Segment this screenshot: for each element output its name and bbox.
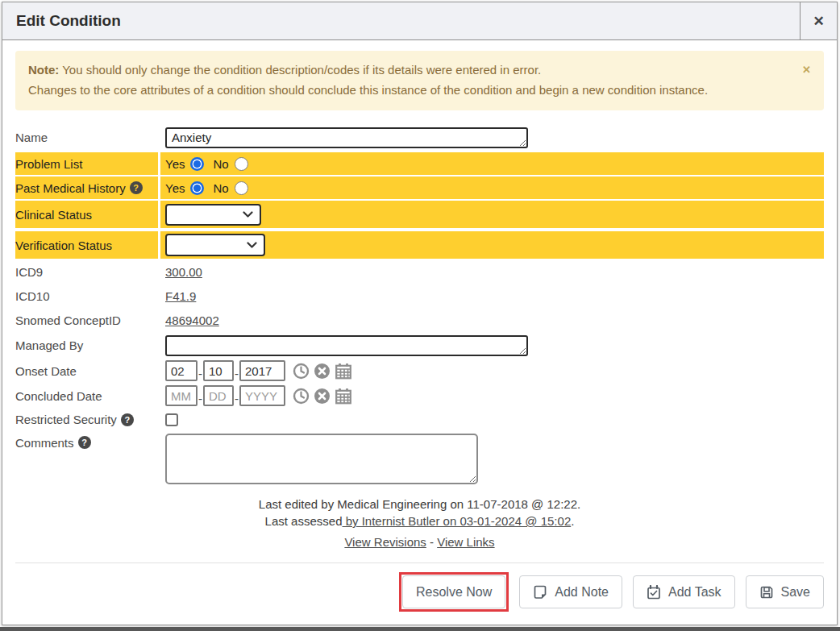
problem-list-no-radio[interactable] xyxy=(235,157,248,171)
condition-form: Name Anxiety Problem List Yes No Past Me… xyxy=(15,124,824,484)
clear-date-icon[interactable] xyxy=(314,388,331,405)
page-background-strip xyxy=(0,627,840,631)
edit-condition-dialog: Edit Condition ✕ Note: You should only c… xyxy=(2,2,838,625)
onset-day-input[interactable] xyxy=(203,360,234,381)
managed-by-label: Managed By xyxy=(15,338,83,352)
problem-list-row: Problem List Yes No xyxy=(15,152,824,175)
problem-list-yes-label: Yes xyxy=(165,157,185,171)
help-icon[interactable]: ? xyxy=(130,181,143,194)
resolve-now-annotation: Resolve Now xyxy=(399,572,509,612)
revision-links: View Revisions - View Links xyxy=(15,535,824,549)
name-row: Name Anxiety xyxy=(15,124,824,151)
audit-info: Last edited by Medical Engineering on 11… xyxy=(15,496,824,529)
clock-icon[interactable] xyxy=(293,363,310,380)
comments-label: Comments xyxy=(15,436,74,450)
pmh-no-label: No xyxy=(213,181,228,195)
note-banner: Note: You should only change the conditi… xyxy=(15,51,824,110)
icd9-label: ICD9 xyxy=(15,265,43,279)
add-note-label: Add Note xyxy=(555,584,609,600)
pmh-yes-label: Yes xyxy=(165,181,185,195)
icd10-label: ICD10 xyxy=(15,289,50,303)
managed-by-row: Managed By xyxy=(15,333,824,358)
past-medical-history-row: Past Medical History ? Yes No xyxy=(15,176,824,199)
view-revisions-link[interactable]: View Revisions xyxy=(344,535,426,549)
date-separator: - xyxy=(235,367,239,380)
date-separator: - xyxy=(198,392,202,405)
chevron-down-icon xyxy=(243,211,253,218)
icd10-row: ICD10 F41.9 xyxy=(15,284,824,308)
date-separator: - xyxy=(198,367,202,380)
last-edited-label: Last edited by Medical Engineering on 11… xyxy=(259,497,580,511)
resolve-now-button[interactable]: Resolve Now xyxy=(402,575,505,608)
clinical-status-label: Clinical Status xyxy=(15,208,92,222)
comments-row: Comments ? xyxy=(15,434,824,484)
last-assessed-period: . xyxy=(571,514,574,528)
dialog-body: Note: You should only change the conditi… xyxy=(2,40,837,631)
help-icon[interactable]: ? xyxy=(78,436,91,449)
dialog-header: Edit Condition ✕ xyxy=(2,2,837,40)
help-icon[interactable]: ? xyxy=(121,413,134,426)
save-icon xyxy=(759,585,774,600)
clinical-status-row: Clinical Status xyxy=(15,201,824,228)
last-edited-text: Last edited by Medical Engineering on 11… xyxy=(15,496,824,513)
name-input[interactable]: Anxiety xyxy=(165,127,528,148)
note-dismiss-button[interactable]: ✕ xyxy=(802,60,811,80)
snomed-label: Snomed ConceptID xyxy=(15,313,121,327)
name-label: Name xyxy=(15,131,48,144)
add-task-label: Add Task xyxy=(668,584,721,600)
concluded-date-row: Concluded Date - - xyxy=(15,384,824,408)
past-medical-history-label: Past Medical History xyxy=(15,181,126,195)
close-button[interactable]: ✕ xyxy=(800,2,837,39)
footer-buttons: Resolve Now Add Note Add Task Save xyxy=(15,563,824,612)
pmh-yes-radio[interactable] xyxy=(190,181,204,195)
comments-input[interactable] xyxy=(165,434,478,484)
verification-status-row: Verification Status xyxy=(15,231,824,259)
save-button[interactable]: Save xyxy=(746,575,824,608)
restricted-security-checkbox[interactable] xyxy=(165,413,178,426)
add-task-button[interactable]: Add Task xyxy=(633,575,735,608)
problem-list-no-label: No xyxy=(213,157,228,171)
onset-year-input[interactable] xyxy=(239,360,285,381)
date-separator: - xyxy=(235,392,239,405)
note-prefix: Note: xyxy=(28,63,59,77)
concluded-day-input[interactable] xyxy=(203,385,234,406)
last-assessed-prefix: Last assessed xyxy=(265,514,343,528)
clock-icon[interactable] xyxy=(293,388,310,405)
last-assessed-text: Last assessed by Internist Butler on 03-… xyxy=(15,513,824,529)
close-icon: ✕ xyxy=(813,13,824,30)
note-line1: You should only change the condition des… xyxy=(62,63,541,77)
calendar-check-icon xyxy=(647,585,661,600)
note-line2: Changes to the core attributes of a cond… xyxy=(28,83,708,97)
restricted-security-label: Restricted Security xyxy=(15,413,117,426)
concluded-date-label: Concluded Date xyxy=(15,389,102,403)
onset-date-label: Onset Date xyxy=(15,364,77,378)
icd9-row: ICD9 300.00 xyxy=(15,260,824,284)
verification-status-label: Verification Status xyxy=(15,239,112,252)
icd10-code-link[interactable]: F41.9 xyxy=(165,289,196,303)
problem-list-yes-radio[interactable] xyxy=(190,157,204,171)
calendar-icon[interactable] xyxy=(335,363,352,380)
clinical-status-select[interactable] xyxy=(165,204,261,226)
chevron-down-icon xyxy=(247,242,257,248)
problem-list-label: Problem List xyxy=(15,157,82,171)
add-note-button[interactable]: Add Note xyxy=(519,575,622,608)
onset-date-row: Onset Date - - xyxy=(15,359,824,383)
calendar-icon[interactable] xyxy=(335,388,352,405)
concluded-month-input[interactable] xyxy=(165,385,198,406)
note-icon xyxy=(533,585,547,600)
clear-date-icon[interactable] xyxy=(314,363,331,380)
save-label: Save xyxy=(781,584,810,600)
managed-by-input[interactable] xyxy=(165,335,528,356)
concluded-year-input[interactable] xyxy=(239,385,285,406)
links-separator: - xyxy=(426,535,437,549)
resolve-now-label: Resolve Now xyxy=(416,584,492,600)
view-links-link[interactable]: View Links xyxy=(437,535,494,549)
verification-status-select[interactable] xyxy=(165,234,265,256)
pmh-no-radio[interactable] xyxy=(235,181,248,195)
last-assessed-link[interactable]: by Internist Butler on 03-01-2024 @ 15:0… xyxy=(342,514,571,528)
snomed-code-link[interactable]: 48694002 xyxy=(165,313,219,327)
onset-month-input[interactable] xyxy=(165,360,198,381)
dialog-title: Edit Condition xyxy=(2,2,800,39)
icd9-code-link[interactable]: 300.00 xyxy=(165,265,202,279)
snomed-row: Snomed ConceptID 48694002 xyxy=(15,309,824,332)
